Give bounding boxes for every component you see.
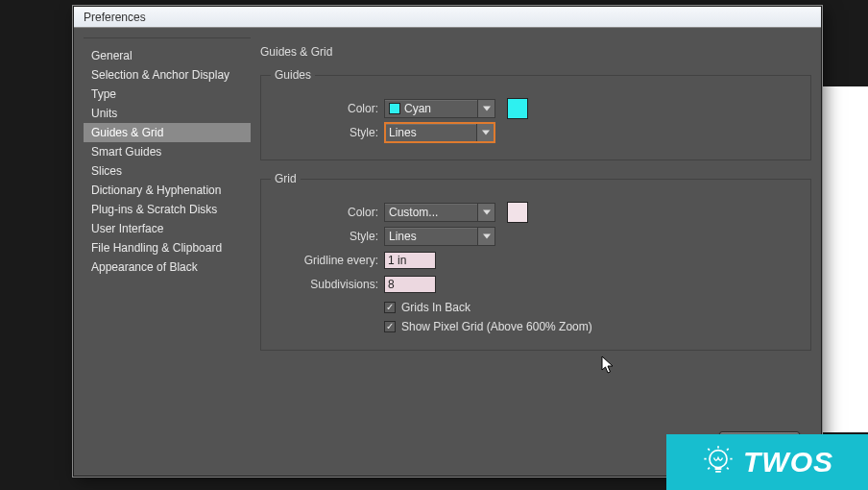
guides-legend: Guides bbox=[271, 68, 315, 82]
grid-group: Grid Color: Custom... Style: Lines bbox=[260, 172, 811, 351]
sidebar-item-label: Dictionary & Hyphenation bbox=[91, 184, 221, 197]
sidebar-item-label: Selection & Anchor Display bbox=[91, 68, 229, 82]
preferences-window: Preferences General Selection & Anchor D… bbox=[73, 6, 822, 477]
subdivisions-input[interactable]: 8 bbox=[384, 276, 436, 293]
sidebar-item-plugins-scratch[interactable]: Plug-ins & Scratch Disks bbox=[84, 200, 251, 219]
content-panel: Guides & Grid Guides Color: Cyan Style: … bbox=[260, 37, 811, 431]
guides-group: Guides Color: Cyan Style: Lines bbox=[260, 68, 811, 160]
sidebar-item-smart-guides[interactable]: Smart Guides bbox=[84, 142, 251, 161]
chevron-down-icon bbox=[477, 228, 494, 245]
sidebar-item-label: User Interface bbox=[91, 222, 163, 235]
sidebar-item-file-handling[interactable]: File Handling & Clipboard bbox=[84, 238, 251, 257]
sidebar-item-label: Slices bbox=[91, 164, 122, 178]
guides-style-value: Lines bbox=[389, 126, 417, 139]
grid-color-value: Custom... bbox=[389, 206, 438, 219]
content-title: Guides & Grid bbox=[260, 37, 811, 68]
grids-in-back-label: Grids In Back bbox=[401, 301, 470, 314]
sidebar-item-selection-anchor[interactable]: Selection & Anchor Display bbox=[84, 65, 251, 85]
sidebar-item-dictionary[interactable]: Dictionary & Hyphenation bbox=[84, 181, 251, 200]
watermark-text: TWOS bbox=[743, 446, 833, 478]
grid-style-dropdown[interactable]: Lines bbox=[384, 227, 495, 246]
gridline-every-input[interactable]: 1 in bbox=[384, 252, 436, 269]
chevron-down-icon bbox=[477, 204, 494, 221]
sidebar-item-label: File Handling & Clipboard bbox=[91, 241, 222, 255]
sidebar-item-guides-grid[interactable]: Guides & Grid bbox=[84, 123, 251, 142]
background-white-panel bbox=[822, 86, 868, 432]
grid-color-dropdown[interactable]: Custom... bbox=[384, 203, 495, 222]
guides-color-value: Cyan bbox=[404, 102, 431, 115]
sidebar-item-label: Guides & Grid bbox=[91, 126, 163, 139]
show-pixel-grid-label: Show Pixel Grid (Above 600% Zoom) bbox=[401, 320, 592, 333]
sidebar-item-type[interactable]: Type bbox=[84, 85, 251, 104]
grid-color-label: Color: bbox=[271, 206, 384, 219]
sidebar-item-label: Appearance of Black bbox=[91, 260, 198, 274]
grid-color-swatch[interactable] bbox=[507, 202, 528, 223]
guides-style-label: Style: bbox=[271, 126, 384, 139]
subdivisions-label: Subdivisions: bbox=[271, 278, 384, 291]
sidebar-item-user-interface[interactable]: User Interface bbox=[84, 219, 251, 238]
guides-style-dropdown[interactable]: Lines bbox=[384, 122, 495, 143]
guides-color-label: Color: bbox=[271, 102, 384, 115]
lightbulb-icon bbox=[701, 445, 735, 479]
sidebar-item-label: Plug-ins & Scratch Disks bbox=[91, 203, 217, 216]
sidebar-item-label: Type bbox=[91, 87, 116, 101]
chevron-down-icon bbox=[476, 124, 494, 141]
window-title: Preferences bbox=[84, 11, 146, 24]
sidebar-item-label: General bbox=[91, 49, 133, 62]
sidebar-item-units[interactable]: Units bbox=[84, 104, 251, 123]
chevron-down-icon bbox=[477, 100, 494, 117]
guides-color-dropdown[interactable]: Cyan bbox=[384, 99, 495, 118]
color-swatch-icon bbox=[389, 103, 400, 114]
titlebar: Preferences bbox=[74, 7, 821, 28]
sidebar-item-appearance-black[interactable]: Appearance of Black bbox=[84, 257, 251, 277]
sidebar-item-label: Units bbox=[91, 107, 117, 120]
grid-style-label: Style: bbox=[271, 230, 384, 243]
gridline-every-label: Gridline every: bbox=[271, 254, 384, 267]
grid-style-value: Lines bbox=[389, 230, 417, 243]
watermark-badge: TWOS bbox=[666, 434, 868, 490]
show-pixel-grid-checkbox[interactable]: ✓ bbox=[384, 321, 396, 332]
sidebar-item-general[interactable]: General bbox=[84, 46, 251, 65]
sidebar-item-label: Smart Guides bbox=[91, 145, 161, 159]
grids-in-back-checkbox[interactable]: ✓ bbox=[384, 302, 396, 313]
sidebar: General Selection & Anchor Display Type … bbox=[84, 37, 251, 431]
sidebar-item-slices[interactable]: Slices bbox=[84, 161, 251, 181]
guides-color-swatch[interactable] bbox=[507, 98, 528, 119]
grid-legend: Grid bbox=[271, 172, 301, 185]
